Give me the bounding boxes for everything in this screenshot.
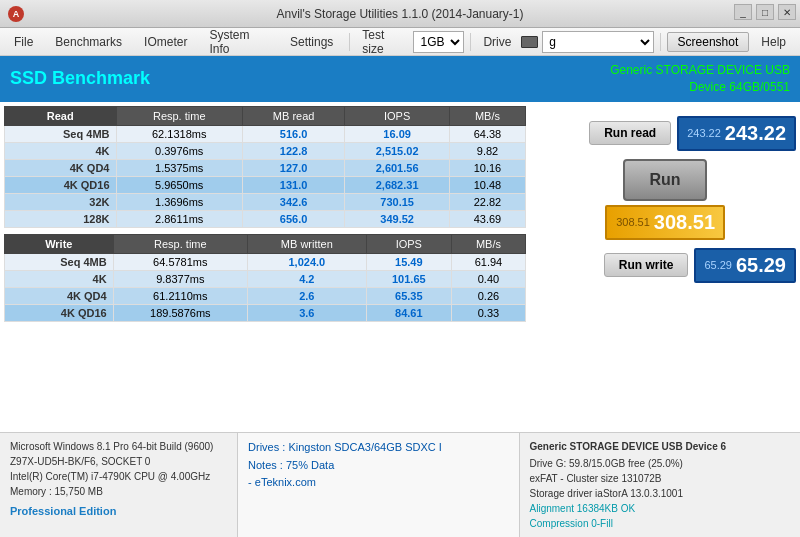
menu-settings[interactable]: Settings — [280, 32, 343, 52]
total-score-display: 308.51 308.51 — [605, 205, 725, 240]
window-controls: _ □ ✕ — [734, 4, 796, 20]
read-iops: 16.09 — [345, 125, 450, 142]
write-mbs: 0.40 — [451, 270, 525, 287]
mbs-header-write: MB/s — [451, 234, 525, 253]
drive-select[interactable]: g — [542, 31, 653, 53]
write-score-row: Run write 65.29 65.29 — [534, 248, 796, 283]
write-table-row: 4K 9.8377ms 4.2 101.65 0.40 — [5, 270, 526, 287]
read-resp-time: 2.8611ms — [116, 210, 242, 227]
mb-read-header: MB read — [242, 106, 344, 125]
mbs-header-read: MB/s — [449, 106, 525, 125]
sys-info-line: Intel(R) Core(TM) i7-4790K CPU @ 4.00GHz — [10, 469, 227, 484]
menu-benchmarks[interactable]: Benchmarks — [45, 32, 132, 52]
read-resp-time: 0.3976ms — [116, 142, 242, 159]
write-mb: 1,024.0 — [248, 253, 367, 270]
total-score-small: 308.51 — [616, 216, 650, 228]
drives-info: Drives : Kingston SDCA3/64GB SDXC I Note… — [237, 433, 519, 537]
device-info: Generic STORAGE DEVICE USB Device 64GB/0… — [610, 62, 790, 96]
total-score-value: 308.51 — [654, 211, 715, 234]
write-score-value: 65.29 — [736, 254, 786, 277]
storage-info-line: exFAT - Cluster size 131072B — [530, 471, 790, 486]
read-mb: 342.6 — [242, 193, 344, 210]
menu-separator-3 — [660, 33, 661, 51]
drive-label: Drive — [477, 35, 517, 49]
read-mbs: 64.38 — [449, 125, 525, 142]
write-resp-time: 64.5781ms — [113, 253, 247, 270]
write-row-label: 4K QD16 — [5, 304, 114, 321]
menu-iometer[interactable]: IOmeter — [134, 32, 197, 52]
menu-system-info[interactable]: System Info — [199, 25, 278, 59]
read-mb: 122.8 — [242, 142, 344, 159]
read-resp-time: 62.1318ms — [116, 125, 242, 142]
read-row-label: Seq 4MB — [5, 125, 117, 142]
write-mb: 3.6 — [248, 304, 367, 321]
read-score-display: 243.22 243.22 — [677, 116, 796, 151]
read-table-row: Seq 4MB 62.1318ms 516.0 16.09 64.38 — [5, 125, 526, 142]
read-mb: 516.0 — [242, 125, 344, 142]
write-header: Write — [5, 234, 114, 253]
write-mbs: 0.33 — [451, 304, 525, 321]
read-header: Read — [5, 106, 117, 125]
pro-edition-label: Professional Edition — [10, 503, 227, 520]
read-mb: 127.0 — [242, 159, 344, 176]
content-row: Read Resp. time MB read IOPS MB/s Seq 4M… — [0, 102, 800, 432]
main-content: SSD Benchmark Generic STORAGE DEVICE USB… — [0, 56, 800, 537]
menu-help[interactable]: Help — [751, 32, 796, 52]
read-score-small: 243.22 — [687, 127, 721, 139]
read-iops: 349.52 — [345, 210, 450, 227]
test-size-label: Test size — [356, 28, 411, 56]
write-row-label: Seq 4MB — [5, 253, 114, 270]
storage-info-line: Alignment 16384KB OK — [530, 501, 790, 516]
test-size-select[interactable]: 1GB — [413, 31, 464, 53]
write-iops: 65.35 — [366, 287, 451, 304]
write-iops: 15.49 — [366, 253, 451, 270]
read-mbs: 10.16 — [449, 159, 525, 176]
write-row-label: 4K QD4 — [5, 287, 114, 304]
run-write-button[interactable]: Run write — [604, 253, 689, 277]
read-resp-time: 1.3696ms — [116, 193, 242, 210]
write-table: Write Resp. time MB written IOPS MB/s Se… — [4, 234, 526, 322]
write-iops: 101.65 — [366, 270, 451, 287]
device-line2: Device 64GB/0551 — [610, 79, 790, 96]
storage-info: Generic STORAGE DEVICE USB Device 6 Driv… — [520, 433, 800, 537]
storage-info-line: Storage driver iaStorA 13.0.3.1001 — [530, 486, 790, 501]
write-resp-time: 61.2110ms — [113, 287, 247, 304]
write-resp-time: 9.8377ms — [113, 270, 247, 287]
read-table-row: 4K QD16 5.9650ms 131.0 2,682.31 10.48 — [5, 176, 526, 193]
read-table-row: 4K 0.3976ms 122.8 2,515.02 9.82 — [5, 142, 526, 159]
screenshot-button[interactable]: Screenshot — [667, 32, 750, 52]
write-mb: 2.6 — [248, 287, 367, 304]
sys-info-line: Microsoft Windows 8.1 Pro 64-bit Build (… — [10, 439, 227, 454]
iops-header-write: IOPS — [366, 234, 451, 253]
read-resp-time: 5.9650ms — [116, 176, 242, 193]
write-mbs: 0.26 — [451, 287, 525, 304]
write-resp-time: 189.5876ms — [113, 304, 247, 321]
read-resp-time: 1.5375ms — [116, 159, 242, 176]
run-button[interactable]: Run — [623, 159, 706, 201]
write-iops: 84.61 — [366, 304, 451, 321]
drives-line2: Notes : 75% Data — [248, 457, 508, 475]
read-score-row: Run read 243.22 243.22 — [534, 116, 796, 151]
minimize-button[interactable]: _ — [734, 4, 752, 20]
read-row-label: 4K QD16 — [5, 176, 117, 193]
read-row-label: 128K — [5, 210, 117, 227]
storage-info-line: Compression 0-Fill — [530, 516, 790, 531]
bottom-area: Microsoft Windows 8.1 Pro 64-bit Build (… — [0, 432, 800, 537]
run-read-button[interactable]: Run read — [589, 121, 671, 145]
close-button[interactable]: ✕ — [778, 4, 796, 20]
resp-time-header-read: Resp. time — [116, 106, 242, 125]
table-area: Read Resp. time MB read IOPS MB/s Seq 4M… — [0, 102, 530, 432]
read-row-label: 4K QD4 — [5, 159, 117, 176]
sys-info-line: Memory : 15,750 MB — [10, 484, 227, 499]
system-info: Microsoft Windows 8.1 Pro 64-bit Build (… — [0, 433, 237, 537]
sys-info-line: Z97X-UD5H-BK/F6, SOCKET 0 — [10, 454, 227, 469]
write-score-display: 65.29 65.29 — [694, 248, 796, 283]
write-table-row: 4K QD16 189.5876ms 3.6 84.61 0.33 — [5, 304, 526, 321]
write-mbs: 61.94 — [451, 253, 525, 270]
app-icon: A — [8, 6, 24, 22]
menu-bar: File Benchmarks IOmeter System Info Sett… — [0, 28, 800, 56]
maximize-button[interactable]: □ — [756, 4, 774, 20]
drive-icon — [521, 36, 538, 48]
menu-file[interactable]: File — [4, 32, 43, 52]
ssd-title: SSD Benchmark — [10, 68, 150, 89]
